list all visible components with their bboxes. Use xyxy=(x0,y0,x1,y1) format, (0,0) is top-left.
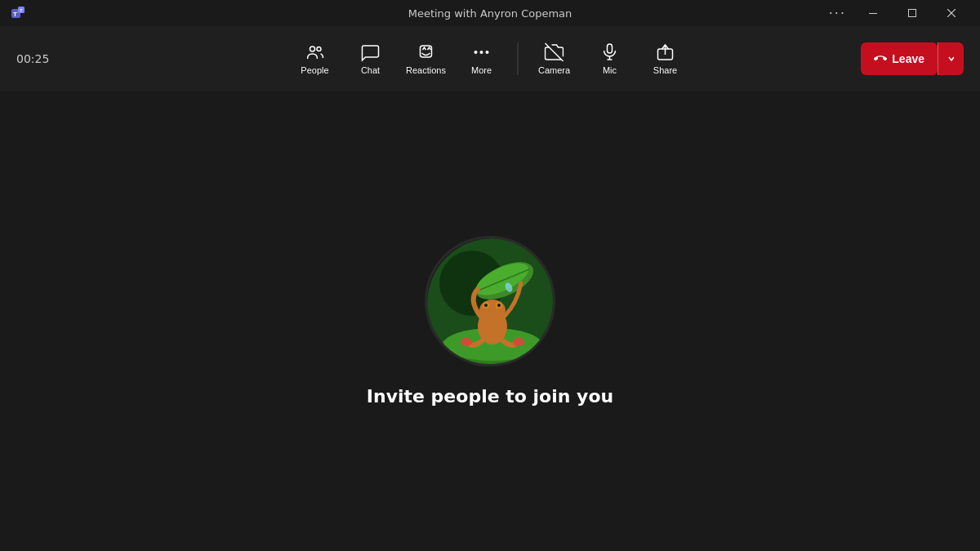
toolbar-divider xyxy=(518,42,519,75)
more-button[interactable]: More xyxy=(456,33,508,85)
more-icon xyxy=(472,42,492,62)
main-content: Invite people to join you xyxy=(0,91,980,551)
invite-text: Invite people to join you xyxy=(367,386,613,407)
leave-dropdown-button[interactable] xyxy=(938,42,964,75)
svg-text:T: T xyxy=(13,11,17,18)
chat-label: Chat xyxy=(361,65,380,75)
share-icon xyxy=(656,42,675,62)
chat-icon xyxy=(361,42,381,62)
svg-point-32 xyxy=(461,338,472,346)
people-label: People xyxy=(301,65,328,75)
svg-point-33 xyxy=(513,338,524,346)
leave-button[interactable]: Leave xyxy=(861,42,938,75)
more-options-icon[interactable]: ··· xyxy=(822,6,853,21)
svg-point-13 xyxy=(486,51,489,54)
svg-rect-4 xyxy=(869,13,877,14)
teams-logo-icon: T T xyxy=(10,5,26,21)
title-bar-controls: ··· xyxy=(822,0,970,26)
svg-point-31 xyxy=(497,304,501,307)
minimize-button[interactable] xyxy=(854,0,892,26)
title-bar-left: T T xyxy=(10,5,26,21)
svg-point-9 xyxy=(317,47,321,51)
svg-point-12 xyxy=(480,51,483,54)
mic-label: Mic xyxy=(603,65,617,75)
reactions-button[interactable]: Reactions xyxy=(400,33,452,85)
leave-phone-icon xyxy=(874,52,887,65)
leave-group: Leave xyxy=(861,42,964,75)
chevron-down-icon xyxy=(947,55,956,63)
toolbar-right: Leave xyxy=(861,42,964,75)
meeting-timer: 00:25 xyxy=(16,52,49,65)
svg-rect-5 xyxy=(909,10,916,17)
mic-button[interactable]: Mic xyxy=(584,33,636,85)
maximize-button[interactable] xyxy=(893,0,931,26)
close-button[interactable] xyxy=(933,0,970,26)
svg-text:T: T xyxy=(20,8,23,13)
chat-button[interactable]: Chat xyxy=(345,33,397,85)
user-avatar xyxy=(425,236,555,367)
people-icon xyxy=(305,42,325,62)
people-button[interactable]: People xyxy=(289,33,341,85)
svg-point-30 xyxy=(484,304,488,307)
camera-button[interactable]: Camera xyxy=(528,33,581,85)
share-label: Share xyxy=(653,65,677,75)
reactions-label: Reactions xyxy=(406,65,446,75)
meeting-title: Meeting with Anyron Copeman xyxy=(408,7,572,20)
svg-rect-14 xyxy=(608,44,612,53)
share-button[interactable]: Share xyxy=(639,33,692,85)
meeting-toolbar: 00:25 People Chat xyxy=(0,26,980,91)
title-bar: T T Meeting with Anyron Copeman ··· xyxy=(0,0,980,26)
svg-point-11 xyxy=(474,51,478,54)
more-label: More xyxy=(471,65,492,75)
svg-point-27 xyxy=(479,300,506,321)
camera-label: Camera xyxy=(538,65,570,75)
toolbar-center: People Chat Reactions xyxy=(289,33,692,85)
frog-avatar-image xyxy=(427,238,555,367)
camera-off-icon xyxy=(545,42,564,62)
reactions-icon xyxy=(416,42,436,62)
mic-icon xyxy=(600,42,620,62)
svg-point-8 xyxy=(310,47,315,51)
leave-label: Leave xyxy=(892,52,924,65)
